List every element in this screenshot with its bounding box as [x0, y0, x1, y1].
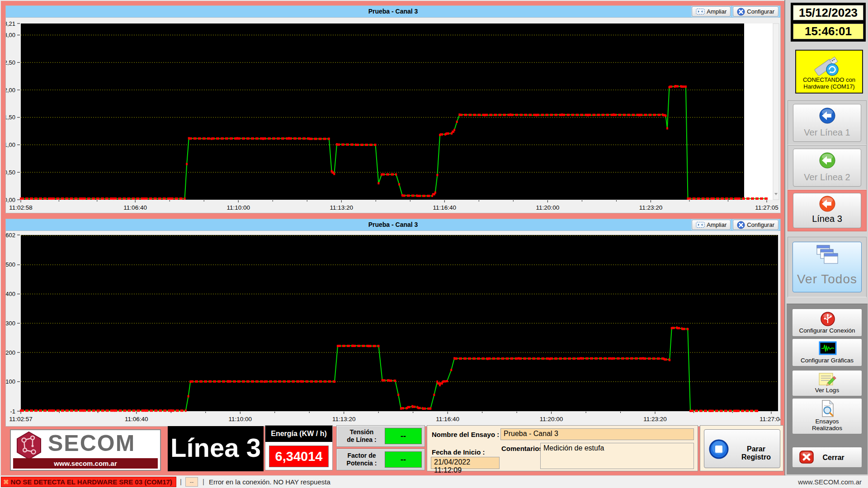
usb-refresh-icon [808, 52, 851, 79]
svg-text:11:16:40: 11:16:40 [436, 416, 459, 422]
app-window: Prueba - Canal 3 Ampliar [0, 0, 868, 488]
chart2-configurar-button[interactable]: Configurar [733, 220, 778, 230]
cascade-windows-icon [816, 245, 839, 267]
configure-connection-button[interactable]: Configurar Conexión [792, 309, 862, 337]
configure-connection-label: Configurar Conexión [793, 327, 862, 334]
tools-panel: Configurar Conexión Configurar Gráficas [787, 304, 868, 474]
green-left-arrow-icon [819, 152, 836, 169]
tests-done-button[interactable]: EnsayosRealizados [792, 398, 862, 434]
test-info-panel: Nombre del Ensayo : Prueba - Canal 3 Fec… [427, 425, 698, 471]
energy-value: 6,34014 [269, 446, 329, 467]
secom-logo-text: SECOM [48, 430, 135, 456]
power-factor-label: Factor dePotencia : [339, 452, 385, 467]
date-display: 15/12/2023 [793, 5, 863, 20]
start-date-label: Fecha de Inicio : [432, 448, 485, 456]
start-date-value[interactable]: 21/04/2022 11:12:09 [431, 457, 500, 469]
expand-icon [696, 221, 705, 228]
hardware-connect-label: CONECTANDO conHardware (COM17) [796, 76, 862, 90]
test-name-input[interactable]: Prueba - Canal 3 [500, 428, 694, 440]
energy-panel: Energía (KW / h) 6,34014 [265, 425, 333, 470]
view-line2-button[interactable]: Ver Línea 2 [793, 149, 861, 187]
tools-icon [737, 8, 745, 16]
configure-charts-button[interactable]: Configurar Gráficas [792, 338, 862, 366]
orange-left-arrow-icon [819, 195, 836, 212]
view-line1-label: Ver Línea 1 [793, 127, 861, 138]
sidebar: 15/12/2023 15:46:01 CONECTANDO conHardwa… [784, 0, 868, 475]
tension-label: Tensiónde Línea : [339, 428, 385, 444]
svg-text:11:02:58: 11:02:58 [9, 204, 33, 211]
svg-text:1,50: 1,50 [6, 114, 15, 121]
current-line-panel: Línea 3 [168, 426, 264, 471]
ampliar-label: Ampliar [707, 221, 726, 228]
hardware-alert: ✖NO SE DETECTA EL HARDWARE SRE 03 (COM17… [1, 477, 176, 487]
chart1-plot[interactable]: 3,213,002,502,001,501,000,500,0011:02:58… [6, 18, 780, 213]
line2-group: Ver Línea 2 [788, 145, 867, 190]
hardware-connect-button[interactable]: CONECTANDO conHardware (COM17) [795, 50, 863, 94]
svg-text:11:23:20: 11:23:20 [643, 416, 667, 422]
svg-text:200: 200 [6, 349, 15, 356]
tests-done-label: EnsayosRealizados [793, 418, 862, 432]
tools-icon [737, 221, 745, 229]
error-x-icon: ✖ [3, 478, 9, 486]
svg-text:3,21: 3,21 [6, 20, 15, 27]
stop-record-button[interactable]: Parar Registro [704, 429, 780, 468]
tension-value: -- [385, 428, 422, 444]
chart1-configurar-button[interactable]: Configurar [733, 6, 778, 17]
website-text: www.SECOM.com.ar [798, 478, 862, 486]
svg-text:602: 602 [6, 232, 15, 239]
svg-text:0,00: 0,00 [6, 197, 15, 203]
svg-text:11:02:57: 11:02:57 [9, 416, 33, 422]
chart1-ampliar-button[interactable]: Ampliar [692, 6, 731, 17]
svg-text:11:06:40: 11:06:40 [125, 416, 148, 422]
svg-text:400: 400 [6, 291, 15, 297]
secom-logo-panel: SECOM www.secom.com.ar [10, 429, 161, 471]
svg-text:0,50: 0,50 [6, 169, 15, 176]
svg-text:2,00: 2,00 [6, 87, 15, 94]
view-all-button[interactable]: Ver Todos [793, 242, 862, 292]
energy-header: Energía (KW / h) [265, 426, 332, 442]
view-all-group: Ver Todos [788, 237, 867, 297]
chart2-title: Prueba - Canal 3 [6, 221, 780, 228]
close-button[interactable]: Cerrar [792, 447, 862, 468]
line3-label: Línea 3 [793, 214, 861, 224]
svg-text:11:16:40: 11:16:40 [433, 204, 457, 211]
line3-group-active: Línea 3 [788, 190, 867, 231]
secom-url: www.secom.com.ar [13, 458, 158, 469]
power-factor-value: -- [385, 451, 422, 468]
svg-text:500: 500 [6, 261, 15, 268]
svg-text:11:13:20: 11:13:20 [330, 204, 353, 211]
close-label: Cerrar [805, 454, 862, 461]
configurar-label: Configurar [747, 221, 774, 228]
status-separator: | [180, 478, 182, 485]
chart-panel-2: Prueba - Canal 3 Ampliar [5, 219, 781, 427]
expand-icon [696, 8, 705, 15]
ampliar-label: Ampliar [707, 8, 726, 15]
current-line-label: Línea 3 [168, 432, 264, 463]
status-bar: ✖NO SE DETECTA EL HARDWARE SRE 03 (COM17… [0, 475, 868, 488]
view-line1-button[interactable]: Ver Línea 1 [793, 104, 861, 142]
chart1-titlebar: Prueba - Canal 3 Ampliar [6, 6, 780, 18]
datetime-panel: 15/12/2023 15:46:01 [791, 3, 866, 42]
stop-record-label: Parar Registro [732, 445, 780, 461]
secom-logo-icon [14, 431, 43, 460]
chart1-title: Prueba - Canal 3 [6, 8, 780, 15]
svg-text:-1: -1 [10, 408, 15, 415]
svg-text:100: 100 [6, 378, 15, 385]
stop-record-panel: Parar Registro [700, 425, 783, 471]
view-logs-button[interactable]: Ver Logs [792, 370, 862, 396]
comments-textarea[interactable]: Medición de estufa [540, 443, 694, 469]
chart2-ampliar-button[interactable]: Ampliar [692, 220, 731, 230]
waveform-screen-icon [818, 341, 838, 356]
connection-error-text: Error en la conexión. NO HAY respuesta [209, 478, 330, 486]
configurar-label: Configurar [747, 8, 774, 15]
line3-button[interactable]: Línea 3 [793, 193, 861, 228]
configure-charts-label: Configurar Gráficas [793, 357, 862, 364]
svg-text:11:10:00: 11:10:00 [228, 416, 252, 422]
svg-text:11:10:00: 11:10:00 [226, 204, 250, 211]
chart-panel-1: Prueba - Canal 3 Ampliar [5, 5, 781, 213]
view-line2-label: Ver Línea 2 [793, 172, 861, 183]
svg-text:3,00: 3,00 [6, 32, 15, 38]
stop-icon [708, 438, 730, 460]
chart2-plot[interactable]: 602500400300200100-111:02:5711:06:4011:1… [6, 231, 780, 427]
svg-text:11:23:20: 11:23:20 [639, 204, 663, 211]
